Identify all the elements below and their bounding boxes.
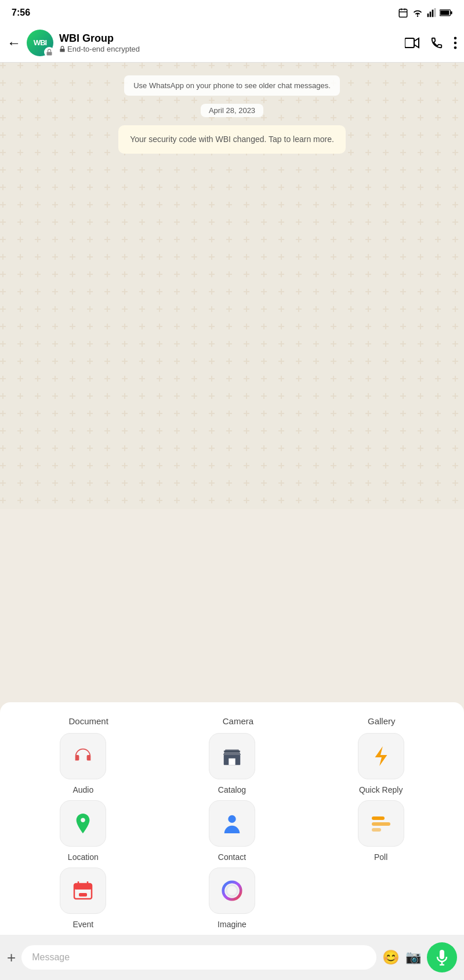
battery-icon [440,9,452,17]
back-button[interactable]: ← [7,35,21,51]
svg-marker-21 [375,746,387,766]
audio-attachment-item[interactable]: Audio [12,733,155,794]
quick-reply-icon-box [358,733,404,779]
quick-reply-icon [371,745,391,767]
catalog-attachment-item[interactable]: Catalog [161,733,304,794]
svg-rect-33 [440,950,444,959]
contact-icon [222,812,242,834]
svg-rect-5 [427,13,429,17]
gallery-tab[interactable]: Gallery [362,714,401,728]
imagine-attachment-item[interactable]: Imagine [161,868,304,929]
svg-rect-0 [399,9,407,17]
event-icon-box [60,868,106,914]
location-attachment-item[interactable]: Location [12,800,155,862]
microphone-icon [435,949,449,966]
svg-rect-24 [372,822,390,826]
group-name: WBI Group [59,32,405,45]
location-icon [74,812,92,834]
svg-rect-12 [47,52,52,55]
svg-rect-23 [372,816,385,820]
imagine-icon-box [209,868,255,914]
event-label: Event [72,920,93,929]
status-time: 7:56 [12,8,30,18]
contact-attachment-item[interactable]: Contact [161,800,304,862]
quick-reply-attachment-item[interactable]: Quick Reply [309,733,452,794]
header-actions [405,37,457,49]
plus-button[interactable]: + [7,949,16,967]
svg-rect-27 [74,884,92,890]
svg-rect-19 [229,758,235,765]
audio-icon [72,745,94,767]
svg-rect-25 [372,828,381,832]
header-info: WBI Group End-to-end encrypted [59,32,405,53]
svg-point-17 [454,46,457,49]
avatar-badge [44,47,55,57]
contact-icon-box [209,800,255,847]
svg-point-15 [454,37,457,39]
catalog-icon [221,745,243,767]
attachment-menu: Document Camera Gallery Audio [0,702,464,935]
date-badge: April 28, 2023 [201,104,263,117]
svg-point-22 [228,815,235,823]
message-placeholder: Message [32,952,70,962]
svg-rect-8 [434,8,436,17]
location-icon-box [60,800,106,847]
chat-header: ← WBI WBI Group End-to-end encrypted [0,23,464,63]
audio-icon-box [60,733,106,779]
svg-rect-13 [60,49,64,52]
camera-tab[interactable]: Camera [217,714,259,728]
location-label: Location [68,852,99,862]
calendar-status-icon [398,8,408,18]
lock-icon [46,49,53,56]
imagine-icon [221,880,243,902]
audio-label: Audio [72,785,93,794]
poll-attachment-item[interactable]: Poll [309,800,452,862]
more-options-button[interactable] [454,37,457,49]
attachment-top-row: Document Camera Gallery [12,714,452,728]
message-input[interactable]: Message [21,945,376,970]
svg-rect-14 [405,38,414,48]
bottom-bar: + Message 😊 📷 [0,935,464,980]
poll-icon [371,814,392,833]
contact-label: Contact [218,852,246,862]
voice-message-button[interactable] [427,942,457,972]
signal-icon [427,8,436,17]
document-tab[interactable]: Document [63,714,114,728]
svg-point-4 [417,16,419,17]
status-bar: 7:56 [0,0,464,23]
chat-area: Use WhatsApp on your phone to see older … [0,63,464,509]
wifi-icon [412,8,423,17]
catalog-label: Catalog [218,785,246,794]
svg-point-32 [226,885,237,896]
catalog-icon-box [209,733,255,779]
quick-reply-label: Quick Reply [359,785,403,794]
status-icons [398,8,452,18]
svg-rect-11 [440,10,449,15]
svg-rect-20 [224,751,241,752]
event-icon [72,880,93,901]
imagine-label: Imagine [217,920,246,929]
svg-rect-6 [430,12,432,17]
older-messages-notice: Use WhatsApp on your phone to see older … [124,75,340,96]
svg-rect-10 [451,11,452,14]
poll-label: Poll [374,852,387,862]
attachment-grid: Audio Catalog Quick [12,733,452,929]
phone-call-button[interactable] [430,37,443,49]
video-call-button[interactable] [405,37,420,49]
camera-button[interactable]: 📷 [405,950,421,965]
svg-rect-7 [432,10,434,17]
encryption-status: End-to-end encrypted [59,45,405,53]
event-attachment-item[interactable]: Event [12,868,155,929]
lock-small-icon [59,46,66,52]
avatar[interactable]: WBI [27,30,53,56]
security-notice[interactable]: Your security code with WBI changed. Tap… [118,125,346,154]
poll-icon-box [358,800,404,847]
svg-point-16 [454,41,457,44]
svg-rect-30 [79,893,87,896]
avatar-text: WBI [34,38,46,47]
emoji-button[interactable]: 😊 [382,949,400,966]
